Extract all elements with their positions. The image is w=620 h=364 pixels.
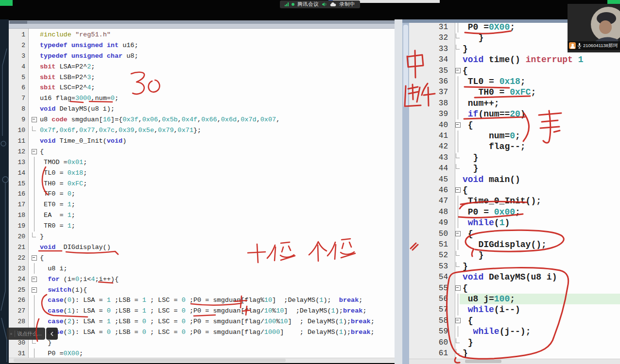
code-line[interactable]: 21void DIGdisplay() — [9, 242, 395, 253]
code-line[interactable]: 11void Time_0_Init(void) — [9, 136, 395, 147]
meeting-status-pill[interactable]: 腾讯会议 录制中 — [280, 0, 360, 8]
code-line[interactable]: 4sbit LSA=P2^2; — [9, 61, 395, 72]
code-line[interactable]: 59 while(j--); — [402, 326, 620, 337]
code-line[interactable]: 34void time() interrupt 1 — [402, 54, 620, 65]
line-number: 2 — [9, 42, 27, 49]
fold-toggle-icon[interactable] — [29, 252, 39, 263]
line-number: 11 — [9, 137, 27, 145]
code-line[interactable]: 37 TH0 = 0xFC; — [402, 87, 620, 98]
code-line[interactable]: 12{ — [9, 146, 395, 157]
code-line[interactable]: 23 u8 i; — [9, 263, 395, 274]
code-text: TL0 = 0x18; — [463, 77, 526, 86]
code-text: P0 = 0x00; — [463, 207, 520, 217]
fold-toggle-icon[interactable] — [29, 284, 39, 295]
code-line[interactable]: 52 } — [402, 250, 620, 261]
code-line[interactable]: 30 } — [9, 338, 395, 348]
code-line[interactable]: 2typedef unsigned int u16; — [9, 40, 395, 50]
fold-toggle-icon[interactable] — [453, 119, 463, 130]
code-line[interactable]: 19 TR0 = 1; — [9, 221, 395, 232]
code-line[interactable]: 58 { — [402, 315, 620, 326]
line-number: 31 — [9, 350, 27, 357]
code-line[interactable]: 6sbit LSC=P2^4; — [9, 83, 395, 93]
code-line[interactable]: 39 if(num==20) — [402, 109, 620, 119]
scrollbar-thumb[interactable] — [403, 25, 408, 107]
fold-toggle-icon[interactable] — [453, 228, 463, 239]
fold-guide — [29, 30, 39, 40]
code-text: case(0): LSA = 1 ;LSB = 1 ; LSC = 0 ;P0 … — [40, 297, 362, 304]
fold-guide — [453, 272, 463, 282]
code-line[interactable]: 36 TL0 = 0x18; — [402, 76, 620, 87]
chat-input-pill[interactable]: 说点什么... — [7, 328, 45, 340]
code-line[interactable]: 25 switch(i){ — [9, 284, 395, 295]
code-line[interactable]: 18 EA = 1; — [9, 210, 395, 221]
code-line[interactable]: 8void DelayMS(u8 i); — [9, 104, 395, 115]
code-editor-left[interactable]: 1#include "reg51.h"2typedef unsigned int… — [9, 20, 395, 363]
code-text: 0x7f,0x6f,0x77,0x7c,0x39,0x5e,0x79,0x71}… — [40, 127, 201, 134]
fold-guide — [453, 163, 463, 174]
code-line[interactable]: 16 TF0 = 0; — [9, 189, 395, 199]
code-line[interactable]: 100x7f,0x6f,0x77,0x7c,0x39,0x5e,0x79,0x7… — [9, 125, 395, 136]
code-line[interactable]: 51 DIGdisplay(); — [402, 239, 620, 250]
code-line[interactable]: 3typedef unsigned char u8; — [9, 50, 395, 61]
fold-toggle-icon[interactable] — [29, 146, 39, 157]
code-line[interactable]: 43 } — [402, 152, 620, 163]
code-line[interactable]: 60 } — [402, 337, 620, 347]
code-line[interactable]: 29 case(3): LSA = 0 ;LSB = 0 ; LSC = 0 ;… — [9, 327, 395, 338]
scrollbar-thumb[interactable] — [465, 360, 501, 363]
fold-toggle-icon[interactable] — [29, 274, 39, 284]
line-number: 53 — [402, 262, 452, 271]
fold-toggle-icon[interactable] — [29, 115, 39, 125]
code-line[interactable]: 38 num++; — [402, 98, 620, 109]
code-line[interactable]: 27 case(1): LSA = 0 ;LSB = 1 ; LSC = 0 ;… — [9, 306, 395, 316]
line-number: 47 — [402, 197, 452, 205]
code-line[interactable]: 44 } — [402, 163, 620, 174]
code-text: while(i--) — [463, 305, 520, 314]
vertical-scrollbar[interactable] — [402, 23, 409, 364]
code-line[interactable]: 9u8 code smgduan[16]={0x3f,0x06,0x5b,0x4… — [9, 115, 395, 125]
code-line[interactable]: 40 { — [402, 119, 620, 130]
code-line[interactable]: 24 for (i=0;i<4;i++){ — [9, 274, 395, 284]
horizontal-scrollbar[interactable] — [9, 358, 395, 363]
code-line[interactable]: 22{ — [9, 252, 395, 263]
code-line[interactable]: 61} — [402, 348, 620, 359]
code-line[interactable]: 49 while(1) — [402, 217, 620, 228]
fold-toggle-icon[interactable] — [453, 282, 463, 293]
code-line[interactable]: 7u16 flag=3000,num=0; — [9, 93, 395, 104]
code-line[interactable]: 45void main() — [402, 174, 620, 184]
code-line[interactable]: 48 P0 = 0x00; — [402, 207, 620, 217]
code-line[interactable]: 56 u8 j=100; — [402, 294, 620, 304]
connection-dot-icon — [292, 3, 294, 6]
horizontal-scrollbar[interactable] — [409, 359, 620, 364]
code-line[interactable]: 41 num=0; — [402, 131, 620, 141]
fold-guide — [453, 239, 463, 250]
code-line[interactable]: 1#include "reg51.h" — [9, 30, 395, 40]
fold-guide — [29, 316, 39, 327]
code-line[interactable]: 14 TL0 = 0x18; — [9, 167, 395, 178]
code-line[interactable]: 54void DelayMS(u8 i) — [402, 272, 620, 282]
code-line[interactable]: 17 ET0 = 1; — [9, 199, 395, 210]
code-line[interactable]: 46{ — [402, 185, 620, 196]
scrollbar-thumb[interactable] — [14, 359, 286, 362]
code-line[interactable]: 53} — [402, 261, 620, 272]
code-line[interactable]: 26 case(0): LSA = 1 ;LSB = 1 ; LSC = 0 ;… — [9, 295, 395, 306]
fold-toggle-icon[interactable] — [453, 65, 463, 76]
code-line[interactable]: 57 while(i--) — [402, 304, 620, 315]
code-text: TL0 = 0x18; — [40, 169, 87, 177]
fold-guide — [29, 295, 39, 306]
code-line[interactable]: 5sbit LSB=P2^3; — [9, 72, 395, 83]
code-line[interactable]: 50 { — [402, 228, 620, 239]
code-editor-right[interactable]: 31 P0 =0X00;32 }33}34void time() interru… — [402, 19, 620, 364]
fold-toggle-icon[interactable] — [453, 185, 463, 196]
code-line[interactable]: 47 Time_0_Init(); — [402, 196, 620, 206]
code-line[interactable]: 28 case(2): LSA = 1 ;LSB = 0 ; LSC = 0 ;… — [9, 316, 395, 327]
editor-tab-strip[interactable] — [9, 20, 395, 24]
fold-toggle-icon[interactable] — [453, 315, 463, 326]
code-line[interactable]: 13 TMOD =0x01; — [9, 157, 395, 167]
code-line[interactable]: 55{ — [402, 282, 620, 293]
code-line[interactable]: 35{ — [402, 65, 620, 76]
chat-collapse-button[interactable] — [46, 328, 58, 340]
code-line[interactable]: 15 TH0 = 0xFC; — [9, 178, 395, 189]
code-line[interactable]: 42 flag--; — [402, 141, 620, 152]
code-line[interactable]: 20} — [9, 232, 395, 242]
webcam-tile[interactable]: 2106041138郑珂 — [568, 4, 620, 52]
